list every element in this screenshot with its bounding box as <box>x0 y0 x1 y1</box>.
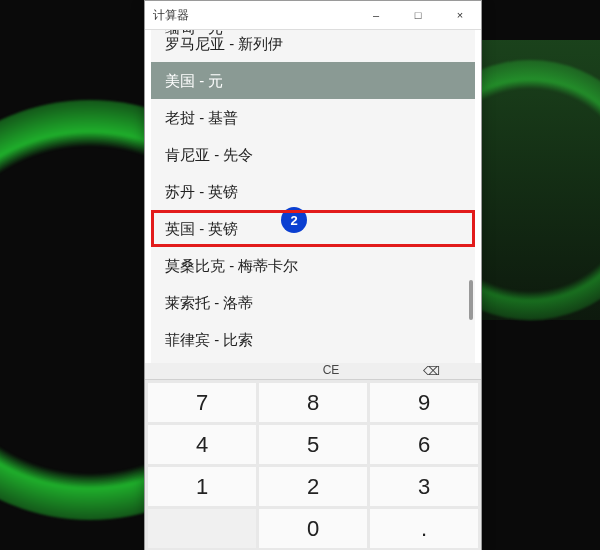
key-5[interactable]: 5 <box>259 425 367 464</box>
keypad-function-row: CE ⌫ <box>145 363 481 380</box>
numeric-keypad: 7 8 9 4 5 6 1 2 3 0 . <box>145 380 481 550</box>
key-8[interactable]: 8 <box>259 383 367 422</box>
currency-option[interactable]: 莱索托 - 洛蒂 <box>151 284 475 321</box>
currency-option[interactable]: 苏丹 - 英镑 <box>151 173 475 210</box>
key-0[interactable]: 0 <box>259 509 367 548</box>
close-button[interactable]: × <box>439 1 481 29</box>
currency-option-selected[interactable]: 美国 - 元 <box>151 62 475 99</box>
currency-option[interactable]: 肯尼亚 - 先令 <box>151 136 475 173</box>
scrollbar-thumb[interactable] <box>469 280 473 320</box>
key-decimal[interactable]: . <box>370 509 478 548</box>
backspace-icon: ⌫ <box>423 364 440 378</box>
key-1[interactable]: 1 <box>148 467 256 506</box>
currency-dropdown-list[interactable]: 缅甸 - 元 罗马尼亚 - 新列伊 美国 - 元 老挝 - 基普 肯尼亚 - 先… <box>151 30 475 363</box>
key-7[interactable]: 7 <box>148 383 256 422</box>
desktop-wallpaper: 计算器 – □ × 缅甸 - 元 罗马尼亚 - 新列伊 美国 - 元 老挝 - … <box>0 0 600 550</box>
key-3[interactable]: 3 <box>370 467 478 506</box>
currency-option[interactable]: 莫桑比克 - 梅蒂卡尔 <box>151 247 475 284</box>
minimize-button[interactable]: – <box>355 1 397 29</box>
maximize-button[interactable]: □ <box>397 1 439 29</box>
key-2[interactable]: 2 <box>259 467 367 506</box>
currency-option-highlighted[interactable]: 英国 - 英镑 <box>151 210 475 247</box>
spacer <box>145 363 281 379</box>
backspace-button[interactable]: ⌫ <box>381 363 481 379</box>
key-9[interactable]: 9 <box>370 383 478 422</box>
titlebar[interactable]: 计算器 – □ × <box>145 1 481 30</box>
currency-option[interactable]: 菲律宾 - 比索 <box>151 321 475 339</box>
keypad-area: CE ⌫ 7 8 9 4 5 6 1 2 3 0 . <box>145 363 481 550</box>
window-title: 计算器 <box>145 7 355 24</box>
key-6[interactable]: 6 <box>370 425 478 464</box>
key-4[interactable]: 4 <box>148 425 256 464</box>
currency-option[interactable]: 罗马尼亚 - 新列伊 <box>151 30 475 62</box>
scrollbar[interactable] <box>463 30 475 363</box>
calculator-window: 计算器 – □ × 缅甸 - 元 罗马尼亚 - 新列伊 美国 - 元 老挝 - … <box>144 0 482 550</box>
currency-option[interactable]: 老挝 - 基普 <box>151 99 475 136</box>
clear-entry-button[interactable]: CE <box>281 363 381 379</box>
key-blank <box>148 509 256 548</box>
